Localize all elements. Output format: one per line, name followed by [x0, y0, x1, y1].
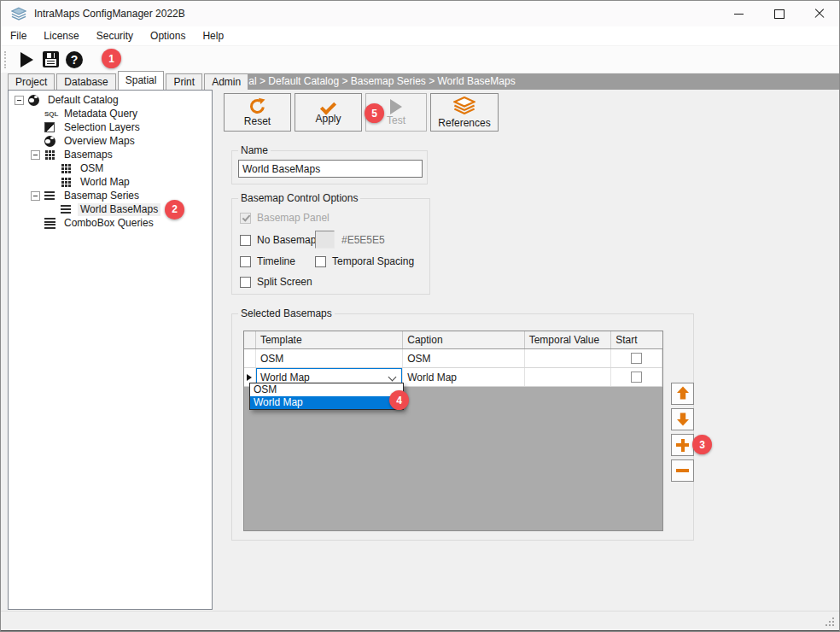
app-logo-icon: [11, 7, 26, 20]
tab-spatial[interactable]: Spatial: [118, 71, 165, 90]
move-down-button[interactable]: [671, 408, 694, 430]
basemap-control-options-group: Basemap Control Options Basemap Panel No…: [231, 198, 430, 295]
reset-button[interactable]: Reset: [224, 93, 291, 132]
chevron-down-icon: [388, 373, 397, 382]
split-screen-checkbox[interactable]: [240, 277, 251, 288]
save-button[interactable]: [38, 49, 62, 71]
tree-item-label: Default Catalog: [45, 94, 121, 107]
tree-item-metadata-query[interactable]: SQL Metadata Query: [9, 107, 212, 120]
move-up-button[interactable]: [671, 383, 694, 405]
split-screen-label: Split Screen: [257, 276, 312, 288]
row-selector-cell[interactable]: [244, 349, 256, 367]
grid-icon: [44, 149, 57, 161]
grid-header-row: Template Caption Temporal Value Start: [244, 331, 662, 349]
list-icon: [44, 218, 57, 229]
resize-grip[interactable]: [832, 624, 834, 626]
collapse-icon[interactable]: [31, 191, 40, 201]
tree-item-basemap-series[interactable]: Basemap Series: [9, 189, 212, 202]
menu-options[interactable]: Options: [142, 26, 194, 45]
arrow-down-icon: [676, 413, 690, 426]
collapse-icon[interactable]: [31, 150, 40, 160]
menu-help[interactable]: Help: [194, 26, 232, 45]
save-icon: [43, 51, 59, 67]
current-row-indicator-icon: [247, 374, 252, 381]
start-checkbox[interactable]: [631, 372, 642, 383]
tree-item-basemaps[interactable]: Basemaps: [9, 148, 212, 161]
tree-item-world-basemaps[interactable]: World BaseMaps 2: [9, 202, 212, 216]
tab-strip: Project Database Spatial Print Admin: [8, 73, 250, 90]
column-header-template: Template: [256, 331, 403, 348]
grid-icon: [61, 177, 73, 188]
basemap-color-swatch[interactable]: [315, 231, 335, 249]
tree-item-label: ComboBox Queries: [61, 217, 156, 230]
timeline-checkbox[interactable]: [240, 256, 251, 267]
temporal-value-cell[interactable]: [525, 368, 612, 386]
menu-file[interactable]: File: [2, 26, 35, 45]
remove-row-button[interactable]: [671, 459, 694, 482]
tree-item-selection-layers[interactable]: Selection Layers: [9, 120, 212, 134]
selected-basemaps-group: Selected Basemaps Template Caption Tempo…: [231, 313, 694, 541]
sql-icon: SQL: [44, 108, 57, 120]
tree-item-world-map[interactable]: World Map: [9, 175, 212, 189]
collapse-icon[interactable]: [15, 96, 24, 105]
tab-project[interactable]: Project: [8, 73, 55, 90]
name-input[interactable]: [238, 160, 423, 178]
start-cell: [611, 368, 662, 386]
no-basemap-label: No Basemap: [257, 234, 316, 246]
globe-icon: [44, 136, 57, 147]
caption-cell[interactable]: OSM: [403, 349, 524, 367]
menu-bar: File License Security Options Help: [1, 26, 839, 46]
basemap-panel-checkbox[interactable]: [240, 213, 251, 224]
minus-icon: [676, 469, 689, 472]
toolbar-grip: [4, 51, 8, 68]
references-button[interactable]: References: [430, 93, 499, 132]
maximize-button[interactable]: [759, 1, 799, 26]
tab-admin[interactable]: Admin: [204, 73, 248, 90]
minimize-button[interactable]: [719, 1, 759, 26]
tree-item-overview-maps[interactable]: Overview Maps: [9, 134, 212, 148]
basemap-color-hex: #E5E5E5: [341, 234, 385, 246]
column-header-temporal-value: Temporal Value: [525, 331, 612, 348]
series-icon: [61, 204, 73, 215]
tree-item-label: OSM: [78, 162, 106, 175]
catalog-tree: Default Catalog SQL Metadata Query Selec…: [8, 90, 213, 610]
menu-license[interactable]: License: [35, 26, 87, 45]
dropdown-item-world-map[interactable]: World Map: [250, 396, 403, 409]
close-button[interactable]: [799, 1, 839, 26]
tree-item-label: Metadata Query: [61, 108, 140, 120]
basemap-panel-label: Basemap Panel: [257, 212, 330, 224]
start-checkbox[interactable]: [631, 353, 642, 364]
combobox-value: World Map: [260, 372, 310, 383]
temporal-value-cell[interactable]: [525, 349, 612, 367]
breadcrumb: Spatial > Default Catalog > Basemap Seri…: [219, 73, 840, 90]
apply-button[interactable]: Apply: [295, 93, 362, 132]
caption-cell[interactable]: World Map: [403, 368, 524, 386]
grid-icon: [61, 163, 73, 174]
no-basemap-checkbox[interactable]: [240, 235, 251, 246]
status-bar: [1, 611, 839, 631]
grid-row-osm[interactable]: OSM OSM: [244, 349, 662, 368]
dropdown-item-osm[interactable]: OSM: [250, 383, 403, 396]
selection-layers-icon: [44, 122, 57, 133]
references-layers-icon: [453, 97, 475, 117]
window-title: IntraMaps ConfigManager 2022B: [34, 8, 185, 20]
tree-item-combobox-queries[interactable]: ComboBox Queries: [9, 216, 212, 230]
split-screen-row: Split Screen: [240, 276, 312, 288]
temporal-spacing-checkbox[interactable]: [315, 256, 326, 267]
add-row-button[interactable]: [671, 434, 694, 456]
run-button[interactable]: [15, 49, 38, 71]
help-button[interactable]: ?: [62, 49, 86, 71]
tree-item-osm[interactable]: OSM: [9, 161, 212, 175]
menu-security[interactable]: Security: [88, 26, 142, 45]
reset-icon: [248, 97, 266, 115]
basemaps-grid: Template Caption Temporal Value Start OS…: [243, 331, 663, 531]
tree-item-label: World Map: [78, 176, 132, 189]
tree-item-default-catalog[interactable]: Default Catalog: [9, 93, 212, 107]
tab-print[interactable]: Print: [166, 73, 202, 90]
start-cell: [611, 349, 662, 367]
template-cell[interactable]: OSM: [256, 349, 403, 367]
callout-badge-3: 3: [692, 435, 712, 454]
column-header-caption: Caption: [403, 331, 524, 348]
app-window: IntraMaps ConfigManager 2022B File Licen…: [0, 0, 840, 632]
tab-database[interactable]: Database: [56, 73, 115, 90]
